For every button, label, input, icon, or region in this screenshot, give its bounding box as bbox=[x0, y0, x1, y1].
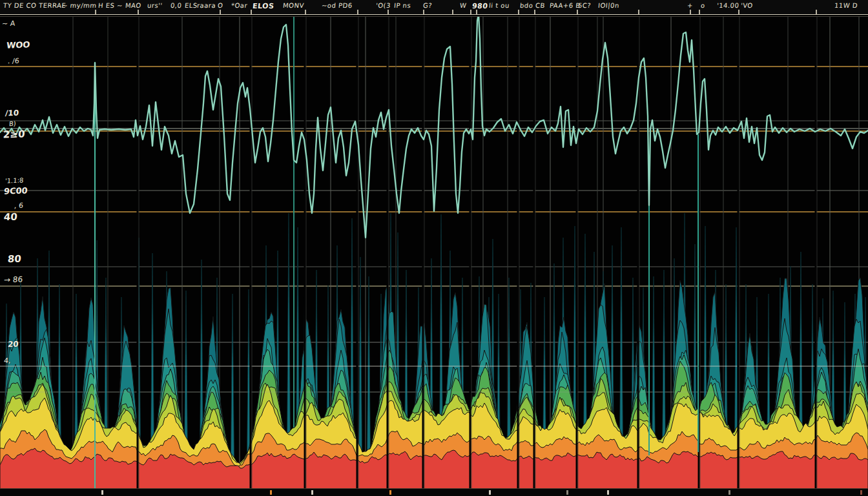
ruler-label: '14.00 bbox=[717, 2, 739, 9]
ruler-label: G? bbox=[423, 2, 433, 9]
bottom-tick bbox=[489, 490, 491, 495]
ruler-label: CB bbox=[535, 2, 546, 9]
axis-label: 9C00 bbox=[3, 185, 28, 196]
ruler-tick bbox=[388, 10, 389, 14]
ruler-label: H ES ~ bbox=[98, 2, 123, 9]
axis-label: ~ A bbox=[2, 19, 16, 28]
ruler-label: MONV bbox=[283, 2, 305, 9]
bottom-tick bbox=[860, 490, 862, 495]
ruler-label: 'O(3 bbox=[376, 2, 391, 9]
ruler-tick bbox=[738, 10, 739, 14]
ruler-label: IP ns bbox=[394, 2, 411, 9]
ruler-tick bbox=[138, 10, 139, 14]
ruler-tick bbox=[452, 10, 453, 14]
timeline-ruler[interactable]: TY DE CO TERRAE~ my/mmH ES ~MAOurs''0,0E… bbox=[0, 0, 868, 15]
axis-label: 20 bbox=[7, 340, 19, 349]
ruler-tick bbox=[251, 10, 252, 14]
signal-visualization[interactable] bbox=[0, 0, 868, 496]
ruler-label: 11W D bbox=[834, 2, 858, 9]
ruler-label: ELOS bbox=[252, 2, 274, 10]
bottom-tick bbox=[566, 490, 568, 495]
ruler-tick bbox=[816, 10, 817, 14]
ruler-label: ELS bbox=[185, 2, 198, 9]
axis-label: B) bbox=[9, 120, 17, 127]
axis-label: 80 bbox=[7, 253, 21, 265]
bottom-tick bbox=[728, 490, 730, 495]
ruler-label: urs'' bbox=[147, 2, 163, 9]
ruler-tick bbox=[638, 10, 639, 14]
bottom-tick bbox=[311, 490, 313, 495]
axis-label: '1.1:8 bbox=[5, 177, 24, 185]
ruler-label: + bbox=[687, 2, 694, 9]
bottom-tick bbox=[270, 490, 272, 495]
ruler-label: 'VO bbox=[741, 2, 754, 9]
ruler-label: ~ my/mm bbox=[62, 2, 98, 9]
ruler-tick bbox=[534, 10, 535, 14]
axis-label: → 86 bbox=[3, 274, 23, 284]
axis-label: 40 bbox=[3, 211, 17, 223]
bottom-tick bbox=[389, 490, 391, 495]
ruler-tick bbox=[476, 10, 477, 14]
axis-label: /10 bbox=[5, 108, 19, 118]
ruler-tick bbox=[518, 10, 519, 14]
ruler-label: W bbox=[460, 2, 467, 9]
ruler-tick bbox=[305, 10, 306, 14]
ruler-label: MAO bbox=[125, 2, 142, 9]
ruler-label: 0,0 bbox=[170, 2, 182, 9]
ruler-label: ~od PD6 bbox=[322, 2, 353, 9]
ruler-label: PAA+6 B bbox=[550, 2, 581, 9]
axis-label: . /6 bbox=[8, 57, 20, 66]
ruler-label: 5C? bbox=[578, 2, 592, 9]
axis-label: WOO bbox=[6, 39, 30, 50]
ruler-label: TY DE CO TERRAE bbox=[3, 2, 67, 9]
axis-label: , 6 bbox=[14, 202, 24, 210]
ruler-tick bbox=[690, 10, 691, 14]
ruler-label: o bbox=[701, 2, 706, 9]
audio-editor-screen: TY DE CO TERRAE~ my/mmH ES ~MAOurs''0,0E… bbox=[0, 0, 868, 496]
ruler-tick bbox=[95, 10, 96, 14]
axis-label: 4, bbox=[4, 356, 11, 365]
bottom-tick bbox=[607, 490, 609, 495]
ruler-tick bbox=[357, 10, 358, 14]
axis-label: 2≥0 bbox=[3, 128, 25, 140]
ruler-tick bbox=[577, 10, 578, 14]
ruler-label: li t ou bbox=[489, 2, 510, 9]
bottom-tick bbox=[101, 490, 103, 495]
ruler-tick bbox=[470, 10, 471, 14]
ruler-label: O bbox=[218, 2, 223, 9]
ruler-label: IOI|0n bbox=[598, 2, 620, 9]
ruler-tick bbox=[220, 10, 221, 14]
ruler-tick bbox=[423, 10, 424, 14]
bottom-timeline-strip[interactable] bbox=[0, 488, 868, 496]
ruler-label: *Oar bbox=[231, 2, 248, 9]
ruler-label: raara bbox=[197, 2, 216, 9]
ruler-label: 980 bbox=[471, 2, 488, 10]
ruler-label: bdo bbox=[520, 2, 533, 9]
ruler-tick bbox=[699, 10, 700, 14]
